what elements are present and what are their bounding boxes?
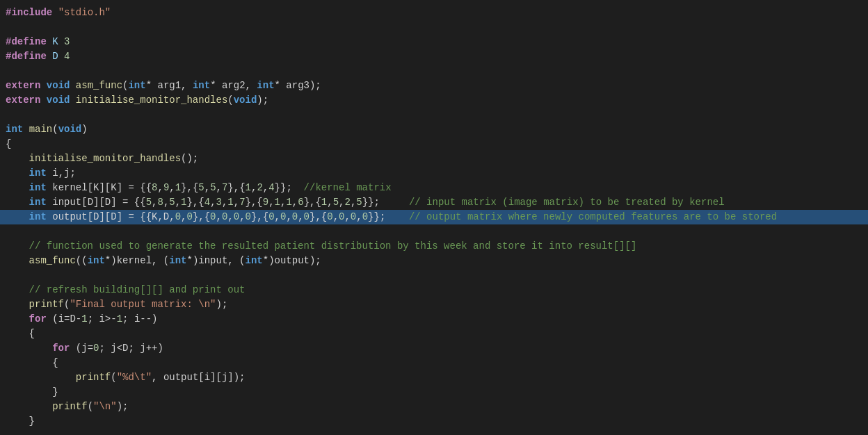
code-line-19 [0,268,868,283]
kw-for-inner: for [52,343,70,354]
func-main: main [29,124,53,135]
kw-for-outer: for [29,313,47,325]
kw-int-cast-3: int [246,255,263,266]
code-line-16 [0,224,868,239]
code-line-12: int i,j; [0,166,868,181]
code-line-14: int input[D][D] = {{5,8,5,1},{4,3,1,7},{… [0,195,868,210]
kw-int-main: int [6,124,23,135]
number-3: 3 [64,36,70,47]
func-call-init: initialise_monitor_handles [29,153,181,164]
kw-void-param: void [234,95,257,106]
keyword-extern-1: extern [6,80,40,91]
comment-output: // output matrix where newly computed fe… [409,211,777,222]
keyword-extern-2: extern [6,95,40,106]
code-line-6: extern void asm_func(int* arg1, int* arg… [0,79,868,93]
number-4: 4 [64,51,70,62]
func-printf-3: printf [52,401,87,412]
code-line-20: // refresh building[][] and print out [0,283,868,297]
code-line-13: int kernel[K][K] = {{8,9,1},{5,5,7},{1,2… [0,181,868,195]
kw-void-2: void [47,95,70,106]
code-line-5 [0,64,868,79]
code-line-11: initialise_monitor_handles(); [0,151,868,166]
code-line-9: int main(void) [0,122,868,137]
keyword-define: #define [6,36,47,47]
kw-int-p3: int [257,80,274,91]
kw-int-p1: int [128,80,145,91]
comment-kernel: //kernel matrix [304,182,392,193]
kw-int-p2: int [193,80,210,91]
code-editor: #include "stdio.h" #define K 3 #define D… [0,0,868,435]
kw-void-1: void [47,80,70,91]
kw-void-main: void [58,124,82,135]
code-line-30 [0,429,868,435]
code-line-26: printf("%d\t", output[i][j]); [0,370,868,385]
keyword-include: #include [6,7,52,18]
str-final-output: "Final output matrix: \n" [70,299,216,310]
func-printf-2: printf [76,372,111,383]
header-string: "stdio.h" [58,7,111,18]
code-line-2 [0,20,868,35]
code-line-27: } [0,385,868,400]
macro-d: D [52,51,58,62]
code-line-18: asm_func((int*)kernel, (int*)input, (int… [0,254,868,268]
keyword-define-d: #define [6,51,47,62]
code-line-24: for (j=0; j<D; j++) [0,341,868,356]
str-format: "%d\t" [117,372,152,383]
kw-int-kernel: int [29,182,47,193]
func-call-asm: asm_func [29,255,76,266]
kw-int-output: int [29,211,47,222]
func-asm-func: asm_func [76,80,122,91]
code-line-22: for (i=D-1; i>-1; i--) [0,312,868,327]
code-line-1: #include "stdio.h" [0,6,868,20]
code-line-8 [0,108,868,122]
line-content-1: #include "stdio.h" [0,6,854,20]
code-line-23: { [0,327,868,341]
code-line-7: extern void initialise_monitor_handles(v… [0,93,868,108]
comment-func-desc: // function used to generate the resulte… [6,240,636,252]
code-line-15: int output[D][D] = {{K,D,0,0},{0,0,0,0},… [0,210,868,224]
kw-int-ij: int [29,167,47,179]
comment-refresh: // refresh building[][] and print out [6,284,245,295]
kw-int-cast-2: int [169,255,186,266]
code-line-10: { [0,137,868,151]
code-line-29: } [0,414,868,429]
kw-int-cast-1: int [88,255,105,266]
func-init-monitor: initialise_monitor_handles [76,95,227,106]
code-line-21: printf("Final output matrix: \n"); [0,297,868,312]
code-line-25: { [0,356,868,370]
code-line-3: #define K 3 [0,35,868,49]
comment-input: // input matrix (image matrix) to be tre… [409,197,725,208]
code-line-28: printf("\n"); [0,400,868,414]
func-printf-1: printf [29,299,64,310]
str-newline: "\n" [93,401,117,412]
macro-k: K [52,36,58,47]
code-line-17: // function used to generate the resulte… [0,239,868,254]
kw-int-input: int [29,197,47,208]
code-line-4: #define D 4 [0,49,868,64]
